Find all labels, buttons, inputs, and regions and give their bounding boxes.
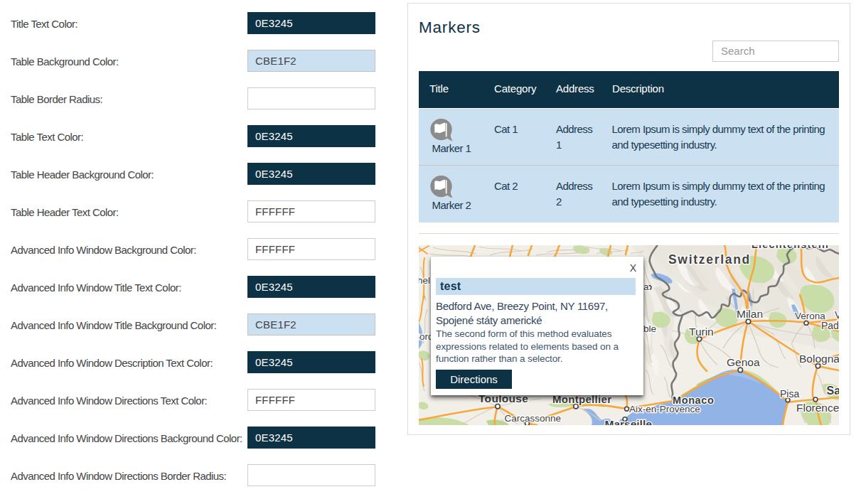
svg-text:V: V	[835, 309, 839, 321]
svg-text:Florence: Florence	[796, 402, 839, 414]
svg-text:Marseille: Marseille	[605, 418, 653, 425]
svg-text:Carcassonne: Carcassonne	[505, 413, 562, 424]
svg-text:ble: ble	[643, 323, 656, 334]
svg-text:a: a	[643, 282, 649, 292]
svg-text:Pisa: Pisa	[780, 388, 799, 400]
svg-text:Pad: Pad	[821, 320, 839, 331]
svg-text:hel: hel	[419, 275, 430, 286]
svg-text:Switzerland: Switzerland	[668, 252, 751, 267]
svg-text:Milan: Milan	[737, 308, 763, 320]
svg-text:Bologna: Bologna	[799, 353, 839, 365]
svg-text:Turin: Turin	[689, 326, 714, 338]
svg-text:Aix-en-Provence: Aix-en-Provence	[629, 404, 700, 414]
svg-text:Sa: Sa	[827, 385, 840, 397]
svg-text:Liechtenstein: Liechtenstein	[752, 245, 829, 250]
svg-text:Genoa: Genoa	[727, 356, 760, 368]
